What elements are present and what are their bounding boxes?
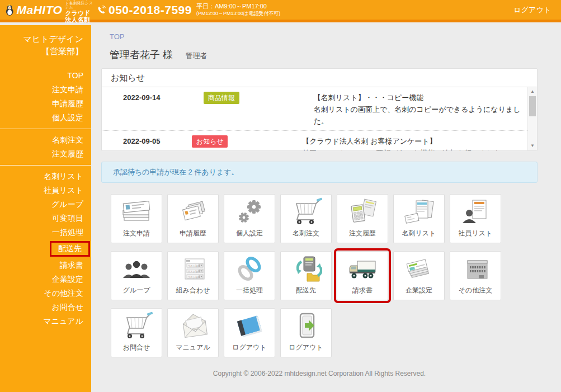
envelope-icon (177, 311, 209, 341)
card-list-icon (403, 197, 435, 226)
notice-line: 前回のアンケートでご要望があった機能の追加を行いました。 (302, 147, 527, 150)
tile-label: 社員リスト (459, 229, 493, 238)
gears-icon (233, 197, 266, 226)
main-content: TOP 管理者花子 様 管理者 お知らせ 2022-09-14 商品情報 【名刺… (91, 25, 561, 392)
notice-date: 2022-09-14 (123, 92, 204, 127)
sidebar-item-card-order[interactable]: 名刺注文 (0, 133, 91, 147)
notice-line: 名刺リストの画面上で、名刺のコピーができるようになりました。 (314, 103, 527, 127)
user-line: 管理者花子 様 管理者 (110, 48, 561, 62)
tile-label: 個人設定 (236, 229, 263, 238)
card-history-icon (177, 197, 209, 226)
brand-name: MaHITO (16, 3, 62, 17)
sidebar-item-request-history[interactable]: 申請履歴 (0, 97, 91, 111)
tile-logout[interactable]: 注文申請 ログアウト ログアウト (280, 308, 332, 357)
notice-date: 2022-09-05 (123, 135, 192, 150)
tile-grid: 注文申請 申請履歴 (111, 194, 509, 357)
sidebar-item-top[interactable]: TOP (0, 69, 91, 83)
notice-text: 【クラウド法人名刺 お客様アンケート】 前回のアンケートでご要望があった機能の追… (302, 135, 527, 150)
logo: MaHITO インターネット名刺発注システム クラウド法人名刺 (0, 0, 93, 23)
sidebar-item-order-history[interactable]: 注文履歴 (0, 147, 91, 161)
tile-label: 名刺注文 (293, 229, 319, 238)
scroll-up-icon[interactable]: ▲ (528, 88, 537, 96)
tile-combination[interactable]: 一括処理 (224, 251, 275, 300)
notice-line: 【名刺リスト】・・・コピー機能 (314, 92, 527, 103)
phone-block: 050-2018-7599 平日：AM9:00～PM17:00 (PM12:00… (96, 3, 280, 17)
tile-order-request[interactable]: 注文申請 (111, 194, 162, 243)
tile-label: 組み合わせ (176, 286, 210, 295)
tile-request-history[interactable]: 申請履歴 (167, 194, 219, 243)
sidebar-item-invoice[interactable]: 請求書 (0, 258, 91, 272)
tile-card-list[interactable]: 名刺リスト (393, 194, 445, 243)
notice-scrollbar[interactable]: ▲ ▼ (527, 87, 537, 150)
tile-personal-settings[interactable]: 個人設定 (224, 194, 275, 243)
sidebar-item-group[interactable]: グループ (0, 197, 91, 211)
tile-label: 注文申請 (123, 229, 150, 238)
app-header: MaHITO インターネット名刺発注システム クラウド法人名刺 050-2018… (0, 0, 561, 22)
phone-hours-line1: 平日：AM9:00～PM17:00 (196, 3, 280, 11)
user-name: 管理者花子 様 (110, 49, 173, 60)
book-icon (233, 311, 266, 341)
tile-order-history[interactable]: 注文履歴 (337, 194, 388, 243)
phone-number: 050-2018-7599 (109, 3, 192, 17)
chain-icon (233, 254, 266, 284)
sidebar-item-contact[interactable]: お問合せ (0, 300, 91, 314)
notice-badge-product: 商品情報 (204, 92, 239, 104)
sidebar-item-batch[interactable]: 一括処理 (0, 225, 91, 239)
sidebar-item-order-request[interactable]: 注文申請 (0, 83, 91, 97)
group-icon (120, 254, 153, 284)
sidebar-item-other-orders[interactable]: その他注文 (0, 286, 91, 300)
sidebar-company-name: マヒトデザイン【営業部】 (0, 25, 91, 58)
tile-label: 一括処理 (236, 286, 263, 295)
notice-text: 【名刺リスト】・・・コピー機能 名刺リストの画面上で、名刺のコピーができるように… (314, 92, 527, 127)
notice-row: 2022-09-14 商品情報 【名刺リスト】・・・コピー機能 名刺リストの画面… (102, 87, 527, 130)
scroll-down-icon[interactable]: ▼ (528, 142, 537, 150)
tile-label: グループ (123, 286, 150, 295)
notice-row: 2022-09-05 お知らせ 【クラウド法人名刺 お客様アンケート】 前回のア… (102, 130, 527, 150)
tile-invoice[interactable]: 企業設定 (393, 251, 445, 300)
sidebar-item-manual[interactable]: マニュアル (0, 314, 91, 328)
scrollbar-thumb[interactable] (529, 96, 536, 116)
tile-label: ログアウト (289, 343, 323, 352)
batch-icon (290, 254, 322, 284)
card-stack-icon (120, 197, 153, 226)
pending-approvals-alert: 承認待ちの申請が現在 2 件あります。 (101, 162, 538, 183)
tile-contact[interactable]: マニュアル (167, 308, 219, 357)
logout-door-icon (290, 311, 322, 341)
logout-link[interactable]: ログアウト (513, 5, 551, 15)
tile-label: 配送先 (296, 286, 316, 295)
tile-company-settings[interactable]: その他注文 (450, 251, 501, 300)
sidebar-item-staff-list[interactable]: 社員リスト (0, 183, 91, 197)
tile-label: 名刺リスト (402, 229, 436, 238)
notice-badge-news: お知らせ (192, 135, 228, 148)
tile-batch[interactable]: 配送先 (280, 251, 332, 300)
phone-icon (96, 5, 106, 15)
copyright-footer: Copyright © 2006-2022 mhtdesign.net Corp… (101, 370, 538, 377)
tile-label: その他注文 (459, 286, 493, 295)
staff-icon (459, 197, 492, 226)
phone-hours-line2: (PM12:00～PM13:00は電話受付不可) (196, 11, 280, 17)
sidebar-item-personal-settings[interactable]: 個人設定 (0, 111, 91, 125)
tile-manual[interactable]: ログアウト (224, 308, 275, 357)
tile-staff-list[interactable]: 社員リスト (450, 194, 501, 243)
sidebar-item-card-list[interactable]: 名刺リスト (0, 169, 91, 183)
logo-tagline-small: インターネット名刺発注システム (65, 0, 93, 10)
cart-icon (120, 311, 153, 341)
tile-card-order[interactable]: 名刺注文 (280, 194, 332, 243)
form-fields-icon: リスト項目 リスト項目 リスト項目 (177, 254, 209, 284)
mascot-icon (4, 2, 15, 18)
tile-label: 請求書 (352, 286, 373, 295)
tile-label: ログアウト (232, 343, 266, 352)
tile-other-orders[interactable]: お問合せ (111, 308, 162, 357)
tile-group[interactable]: グループ (111, 251, 162, 300)
sidebar-item-company-settings[interactable]: 企業設定 (0, 272, 91, 286)
notice-list: 2022-09-14 商品情報 【名刺リスト】・・・コピー機能 名刺リストの画面… (102, 87, 537, 150)
tile-shipping-address[interactable]: 請求書 (337, 251, 388, 300)
breadcrumb[interactable]: TOP (110, 32, 125, 41)
tile-variable-fields[interactable]: リスト項目 リスト項目 リスト項目 組み合わせ (167, 251, 219, 300)
logo-tagline: クラウド法人名刺 (65, 10, 93, 23)
tile-label: お問合せ (123, 343, 150, 352)
sidebar-item-variable-fields[interactable]: 可変項目 (0, 211, 91, 225)
invoice-icon (403, 254, 435, 284)
sidebar-item-shipping-address[interactable]: 配送先 (0, 239, 91, 258)
svg-text:リスト項目: リスト項目 (188, 264, 201, 267)
